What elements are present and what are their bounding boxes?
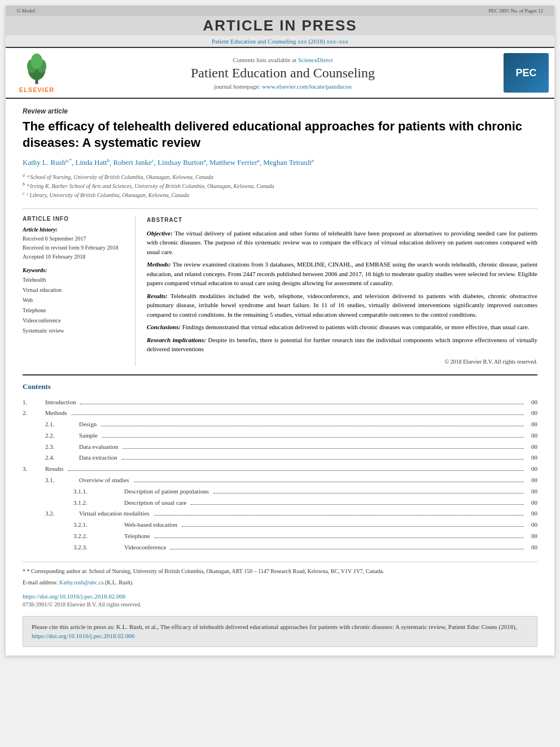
elsevier-logo: ELSEVIER [11, 53, 62, 93]
toc-dots-2-3 [123, 448, 524, 449]
svg-point-4 [31, 54, 43, 69]
toc-label-3-1: Overview of studies [79, 475, 129, 486]
toc-row-1: 1. Introduction 00 [23, 397, 537, 408]
toc-row-3-1: 3.1. Overview of studies 00 [23, 475, 537, 486]
cite-box-doi-link[interactable]: https://doi.org/10.1016/j.pec.2018.02.00… [32, 632, 135, 639]
toc-num-2: 2. [23, 408, 45, 419]
toc-row-3-1-1: 3.1.1. Description of patient population… [23, 486, 537, 497]
toc-num-2-3: 2.3. [45, 442, 79, 453]
toc-num-3-2-3: 3.2.3. [73, 542, 124, 553]
toc-dots-3-2 [154, 515, 524, 516]
affiliation-a: a ᵃ School of Nursing, University of Bri… [23, 172, 537, 181]
affiliations: a ᵃ School of Nursing, University of Bri… [23, 172, 537, 200]
toc-dots-3-2-1 [182, 526, 524, 527]
journal-center: Contents lists available at ScienceDirec… [68, 56, 498, 90]
toc-label-3-1-1: Description of patient populations [124, 486, 209, 497]
toc-label-2: Methods [45, 408, 67, 419]
toc-label-2-3: Data evaluation [79, 442, 118, 453]
toc-num-3: 3. [23, 464, 45, 475]
cite-box: Please cite this article in press as: K.… [23, 616, 537, 647]
toc-dots-3-2-3 [170, 549, 524, 549]
toc-row-3-2-1: 3.2.1. Web-based education 00 [23, 519, 537, 531]
affiliation-b: b ᵇ Irving K. Barber School of Arts and … [23, 181, 537, 190]
toc-dots-2-4 [122, 459, 524, 460]
journal-header: ELSEVIER Contents lists available at Sci… [6, 47, 554, 99]
toc-row-3-2-2: 3.2.2. Telephone 00 [23, 531, 537, 542]
toc-num-2-1: 2.1. [45, 419, 79, 430]
toc-row-3-2: 3.2. Virtual education modalities 00 [23, 508, 537, 519]
affiliation-c: c ᶜ Library, University of British Colum… [23, 190, 537, 199]
toc-row-3-2-3: 3.2.3. Videoconference 00 [23, 542, 537, 553]
conclusions-text: Findings demonstrated that virtual educa… [182, 324, 530, 330]
toc-row-2-1: 2.1. Design 00 [23, 419, 537, 430]
article-info-panel: ARTICLE INFO Article history: Received 6… [23, 216, 135, 366]
abstract-heading: ABSTRACT [147, 216, 537, 224]
keyword-videoconference: Videoconference [23, 316, 126, 326]
conclusions-label: Conclusions: [147, 324, 181, 330]
contents-available: Contents lists available at ScienceDirec… [68, 56, 498, 63]
abstract-panel: ABSTRACT Objective: The virtual delivery… [147, 216, 537, 366]
received-date: Received 6 September 2017 [23, 234, 126, 243]
page: G Model PEC 5891 No. of Pages 12 ARTICLE… [6, 6, 554, 656]
toc-label-3-2-1: Web-based education [124, 519, 177, 531]
toc-label-1: Introduction [45, 397, 76, 408]
keyword-virtual-education: Virtual education [23, 285, 126, 295]
toc-label-3: Results [45, 464, 63, 475]
objective-text: The virtual delivery of patient educatio… [147, 230, 537, 255]
toc-page-3: 00 [526, 464, 537, 475]
toc-num-3-1: 3.1. [45, 475, 79, 486]
toc-page-3-2-2: 00 [526, 531, 537, 542]
keyword-telephone: Telephone [23, 305, 126, 316]
contents-section: Contents 1. Introduction 00 2. Methods 0… [23, 374, 537, 553]
toc-page-2-2: 00 [526, 430, 537, 442]
methods-text: The review examined citations from 3 dat… [147, 261, 537, 286]
abstract-objective: Objective: The virtual delivery of patie… [147, 229, 537, 257]
email-link[interactable]: Kathy.rush@ubc.ca [59, 579, 104, 586]
research-impl-label: Research implications: [147, 337, 206, 343]
doi-link[interactable]: https://doi.org/10.1016/j.pec.2018.02.00… [23, 593, 126, 600]
keywords-label: Keywords: [23, 267, 126, 273]
toc-num-3-2: 3.2. [45, 508, 79, 519]
toc-dots-3-1-1 [213, 493, 524, 493]
toc-page-2-1: 00 [526, 419, 537, 430]
toc-dots-3-2-2 [155, 538, 524, 538]
toc-label-3-2-3: Videoconference [124, 542, 166, 553]
journal-homepage-link[interactable]: www.elsevier.com/locate/pateducou [262, 83, 352, 90]
toc-dots-1 [80, 404, 524, 404]
objective-label: Objective: [147, 230, 173, 237]
toc-dots-2 [72, 414, 524, 415]
doi-section: https://doi.org/10.1016/j.pec.2018.02.00… [23, 593, 537, 600]
toc-row-2-4: 2.4. Data extraction 00 [23, 452, 537, 464]
toc-num-1: 1. [23, 397, 45, 408]
article-dates: Received 6 September 2017 Received in re… [23, 234, 126, 261]
toc-page-3-1-1: 00 [526, 486, 537, 497]
results-label: Results: [147, 292, 168, 299]
pec-logo: PEC [504, 53, 549, 93]
revised-date: Received in revised form 9 February 2018 [23, 243, 126, 252]
toc-dots-3 [68, 470, 524, 471]
footnotes: * * Corresponding author at: School of N… [23, 562, 537, 587]
toc-num-3-1-2: 3.1.2. [73, 497, 124, 509]
toc-page-3-1-2: 00 [526, 497, 537, 509]
abstract-results: Results: Telehealth modalities included … [147, 291, 537, 320]
pec-ref-label: PEC 5891 No. of Pages 12 [489, 8, 544, 14]
toc-page-3-1: 00 [526, 475, 537, 486]
issn-line: 0738-3991/© 2018 Elsevier B.V. All right… [23, 601, 537, 608]
results-text: Telehealth modalities included the web, … [147, 292, 537, 318]
toc-label-3-1-2: Description of usual care [124, 497, 186, 509]
toc-label-2-1: Design [79, 419, 97, 430]
keyword-web: Web [23, 295, 126, 305]
article-type-label: Review article [23, 107, 537, 115]
doi-banner-text: Patient Education and Counseling xxx (20… [212, 38, 348, 45]
sciencedirect-link[interactable]: ScienceDirect [298, 56, 333, 63]
doi-banner-line: Patient Education and Counseling xxx (20… [6, 36, 554, 47]
toc-label-2-2: Sample [79, 430, 98, 442]
toc-num-2-4: 2.4. [45, 452, 79, 464]
toc-num-3-1-1: 3.1.1. [73, 486, 124, 497]
toc-dots-2-1 [101, 426, 524, 426]
corresponding-author-note: * * Corresponding author at: School of N… [23, 567, 537, 576]
toc-dots-3-1 [134, 482, 524, 482]
toc-num-3-2-1: 3.2.1. [73, 519, 124, 531]
toc-label-3-2: Virtual education modalities [79, 508, 150, 519]
copyright: © 2018 Elsevier B.V. All rights reserved… [147, 357, 537, 366]
